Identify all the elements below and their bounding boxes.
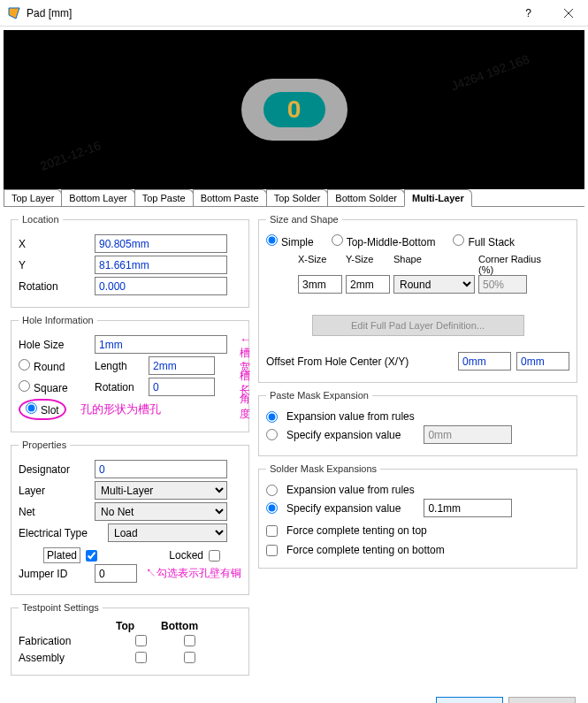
ok-button[interactable]: OK [436,697,503,703]
app-icon [7,6,21,20]
paste-specify-radio[interactable] [266,429,278,440]
solder-specify-label: Specify expansion value [286,502,401,515]
locked-checkbox[interactable] [209,550,220,562]
tab-top-layer[interactable]: Top Layer [4,189,62,206]
tp-bottom-header: Bottom [161,620,198,632]
plated-checkbox[interactable] [86,550,97,562]
x-input[interactable] [95,234,227,253]
cancel-button[interactable]: Cancel [508,697,576,703]
simple-option[interactable]: Simple [266,234,314,248]
tent-top-checkbox[interactable] [266,525,278,537]
tab-multi-layer[interactable]: Multi-Layer [404,189,472,207]
tab-bottom-paste[interactable]: Bottom Paste [193,189,267,206]
solder-value-input[interactable] [424,499,512,517]
xsize-header: X-Size [298,254,342,275]
x-label: X [19,238,89,250]
tp-asm-top[interactable] [135,652,147,663]
y-input[interactable] [95,256,227,274]
titlebar: Pad [mm] ? [0,0,588,27]
corner-input [478,275,527,294]
tab-bottom-layer[interactable]: Bottom Layer [61,189,134,206]
ysize-header: Y-Size [346,254,390,275]
pad-preview: 2021-12-16 J4264 192.168 0 [4,30,584,189]
designator-input[interactable] [95,460,227,478]
solder-specify-radio[interactable] [266,502,278,514]
offset-x-input[interactable] [458,352,511,371]
tmb-radio[interactable] [332,234,343,246]
hole-rotation-label: Rotation [95,381,143,394]
offset-y-input[interactable] [516,352,569,371]
jumper-label: Jumper ID [19,568,89,580]
ysize-input[interactable] [346,275,390,294]
edit-layer-def-button: Edit Full Pad Layer Definition... [312,315,524,336]
tab-top-paste[interactable]: Top Paste [134,189,194,206]
hole-rotation-input[interactable] [149,378,215,396]
hole-square-radio[interactable] [19,380,30,392]
layer-select[interactable]: Multi-Layer [95,481,227,500]
tent-top-label: Force complete tenting on top [286,524,427,537]
pad-designator-display: 0 [263,92,325,127]
plated-label: Plated [43,547,80,563]
xsize-input[interactable] [298,275,342,294]
paste-mask-group: Paste Mask Expansion Expansion value fro… [258,390,577,456]
hole-length-input[interactable] [149,356,215,375]
etype-select[interactable]: Load [108,523,227,542]
hole-size-label: Hole Size [19,339,89,351]
hole-group: Hole Information Hole Size Round Length … [11,315,249,432]
svg-marker-0 [9,8,19,19]
testpoint-legend: Testpoint Settings [19,602,103,613]
tp-fab-bottom[interactable] [184,635,195,646]
rotation-input[interactable] [95,277,227,295]
fullstack-option[interactable]: Full Stack [453,234,515,248]
solder-rules-radio[interactable] [266,485,278,496]
offset-label: Offset From Hole Center (X/Y) [266,355,453,368]
tmb-option[interactable]: Top-Middle-Bottom [332,234,436,248]
hole-legend: Hole Information [19,315,97,325]
location-group: Location X Y Rotation [11,214,249,308]
shape-select[interactable]: Round [393,275,475,294]
designator-label: Designator [19,463,89,476]
tab-top-solder[interactable]: Top Solder [266,189,329,206]
net-select[interactable]: No Net [95,502,227,521]
tp-asm-bottom[interactable] [184,652,195,663]
paste-specify-label: Specify expansion value [286,429,401,441]
fullstack-radio[interactable] [453,234,464,246]
tp-assembly-label: Assembly [19,652,116,664]
testpoint-group: Testpoint Settings TopBottom Fabrication… [11,602,249,676]
properties-legend: Properties [19,439,70,450]
tp-fab-top[interactable] [135,635,147,646]
layer-label: Layer [19,485,89,497]
hole-size-input[interactable] [95,335,227,354]
watermark: J4264 192.168 [449,52,531,94]
simple-radio[interactable] [266,234,278,246]
tent-bottom-label: Force complete tenting on bottom [286,544,445,556]
close-button[interactable] [548,0,588,27]
jumper-input[interactable] [95,564,137,583]
anno-angle: ← 角度 [240,378,251,422]
solder-legend: Solder Mask Expansions [266,463,380,474]
hole-length-label: Length [95,360,143,372]
corner-header: Corner Radius (%) [478,254,549,275]
rotation-label: Rotation [19,280,89,293]
watermark: 2021-12-16 [38,138,103,173]
hole-round-radio[interactable] [19,359,30,371]
anno-slot-shape: 孔的形状为槽孔 [80,401,161,417]
paste-rules-label: Expansion value from rules [286,410,415,423]
hole-slot-radio[interactable] [26,402,37,414]
pad-shape: 0 [241,79,347,141]
layer-tabs: Top Layer Bottom Layer Top Paste Bottom … [4,189,584,207]
properties-group: Properties Designator LayerMulti-Layer N… [11,439,249,595]
tp-fabrication-label: Fabrication [19,635,116,647]
location-legend: Location [19,214,63,225]
net-label: Net [19,506,89,518]
tent-bottom-checkbox[interactable] [266,545,278,556]
paste-rules-radio[interactable] [266,411,278,423]
help-button[interactable]: ? [508,0,548,27]
hole-round-label: Round [34,361,65,373]
hole-slot-option: Slot [19,399,66,420]
y-label: Y [19,259,89,271]
tab-bottom-solder[interactable]: Bottom Solder [327,189,405,206]
solder-mask-group: Solder Mask Expansions Expansion value f… [258,463,577,569]
tp-top-header: Top [116,620,134,632]
hole-square-label: Square [34,382,68,394]
